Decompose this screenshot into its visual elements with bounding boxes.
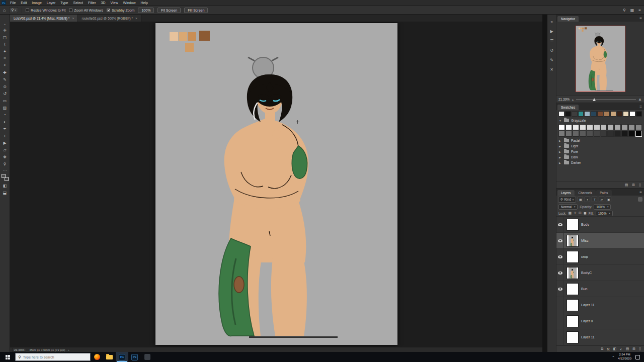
new-layer-icon[interactable]: ⊞ [632, 347, 635, 351]
type-filter-icon[interactable]: T [592, 197, 597, 202]
triangle-closed-icon[interactable]: ▶ [559, 150, 562, 153]
opacity-dropdown[interactable]: 100% ▾ [594, 204, 611, 210]
slider-thumb[interactable] [593, 98, 596, 101]
channels-tab[interactable]: Channels [575, 190, 596, 196]
navigator-tab[interactable]: Navigator [557, 16, 579, 22]
history-panel-icon[interactable]: ↺ [550, 48, 553, 53]
zoom-tool[interactable]: ⚲ [1, 160, 9, 167]
visibility-eye-icon[interactable] [558, 239, 562, 242]
eyedropper-tool[interactable]: ⌖ [1, 62, 9, 69]
swatch[interactable] [601, 124, 607, 130]
new-swatch-icon[interactable]: ⊞ [632, 183, 635, 187]
layer-thumbnail[interactable] [567, 267, 579, 279]
options-menu-icon[interactable]: ≡ [638, 8, 641, 13]
eraser-tool[interactable]: ▭ [1, 97, 9, 104]
file-explorer-icon[interactable] [103, 352, 116, 362]
workspace-switcher-icon[interactable]: ▦ [630, 8, 634, 13]
scrubby-zoom-checkbox[interactable]: Scrubby Zoom [107, 9, 135, 12]
visibility-eye-icon[interactable] [558, 272, 562, 275]
swatch[interactable] [573, 124, 579, 130]
actions-panel-icon[interactable]: ▶ [550, 29, 553, 34]
delete-swatch-icon[interactable]: ▯ [639, 183, 641, 187]
adjustment-filter-icon[interactable]: ◐ [585, 197, 590, 202]
status-chevron-icon[interactable]: › [68, 348, 69, 351]
swatches-tab[interactable]: Swatches [557, 105, 579, 110]
document-page[interactable] [155, 23, 397, 345]
menu-image[interactable]: Image [29, 1, 44, 5]
swatch[interactable] [636, 111, 642, 117]
new-group-icon[interactable]: ▤ [626, 347, 629, 351]
shape-filter-icon[interactable]: ▱ [599, 197, 604, 202]
lock-paint-icon[interactable]: ✛ [574, 211, 577, 215]
start-button[interactable] [0, 352, 15, 362]
filter-toggle-icon[interactable] [638, 197, 642, 202]
layer-thumbnail[interactable] [567, 331, 579, 343]
triangle-closed-icon[interactable]: ▶ [559, 139, 562, 142]
pen-tool[interactable]: ✒ [1, 125, 9, 132]
zoom-value-field[interactable]: 100% [138, 8, 154, 13]
smart-object-filter-icon[interactable]: ▣ [606, 197, 611, 202]
swatch-group-grayscale[interactable]: ▼ Grayscale [556, 118, 644, 123]
taskbar-search[interactable]: ⚲ [15, 353, 91, 361]
layer-row-crop[interactable]: crop [556, 249, 644, 265]
menu-view[interactable]: View [108, 1, 121, 5]
swatch[interactable] [566, 124, 572, 130]
swatch[interactable] [580, 124, 586, 130]
search-input[interactable] [23, 355, 78, 359]
collapse-dock-icon[interactable]: « [550, 20, 552, 24]
close-icon[interactable]: × [135, 17, 137, 20]
gradient-tool[interactable]: ▨ [1, 104, 9, 111]
layer-name[interactable]: crop [581, 255, 643, 258]
foreground-color-chip[interactable] [2, 174, 6, 178]
visibility-eye-icon[interactable] [558, 288, 562, 291]
blur-tool[interactable]: ◔ [1, 111, 9, 118]
lock-position-icon[interactable]: ⊞ [579, 211, 582, 215]
status-zoom-field[interactable]: 21.39% [12, 348, 26, 352]
info-panel-icon[interactable]: ✕ [550, 67, 553, 72]
layer-name[interactable]: Misc [581, 239, 643, 242]
layer-name[interactable]: Bun [581, 287, 643, 291]
visibility-cell-empty[interactable] [556, 329, 564, 345]
lasso-tool[interactable]: ⌇ [1, 41, 9, 48]
link-layers-icon[interactable]: ⧉ [601, 347, 603, 351]
toolbar-collapse-icon[interactable]: » [4, 23, 6, 26]
navigator-view-box[interactable] [576, 26, 625, 92]
swatch[interactable] [580, 131, 586, 137]
marquee-tool[interactable]: ▢ [1, 34, 9, 41]
type-tool[interactable]: T [1, 132, 9, 139]
layer-thumbnail[interactable] [567, 315, 579, 327]
quick-mask-icon[interactable]: ◧ [1, 182, 9, 189]
quick-selection-tool[interactable]: ✦ [1, 48, 9, 55]
layer-row-layer0[interactable]: Layer 0 [556, 313, 644, 329]
brush-settings-panel-icon[interactable]: ✎ [550, 58, 553, 62]
document-tab-active[interactable]: LoisV02.psd @ 21.4% (Misc, RGB/8) * × [10, 15, 78, 22]
menu-help[interactable]: Help [138, 1, 150, 5]
brush-tool[interactable]: ✎ [1, 76, 9, 83]
move-tool[interactable]: ✛ [1, 27, 9, 34]
fill-dropdown[interactable]: 100% ▾ [596, 211, 613, 216]
notification-center-icon[interactable] [635, 355, 640, 359]
swatch[interactable] [604, 111, 610, 117]
resize-windows-to-fit-checkbox[interactable]: Resize Windows to Fit [26, 9, 65, 12]
filter-kind-dropdown[interactable]: ⚲ Kind ▾ [558, 197, 576, 203]
new-group-icon[interactable]: ▤ [625, 183, 628, 187]
triangle-open-icon[interactable]: ▼ [559, 119, 562, 122]
tray-chevron-icon[interactable]: ^ [612, 355, 614, 358]
swatch[interactable] [621, 131, 628, 137]
history-brush-tool[interactable]: ↺ [1, 90, 9, 97]
layer-name[interactable]: Body [581, 223, 643, 226]
navigator-zoom-value[interactable]: 21.39% [558, 98, 570, 101]
photoshop-taskbar-icon[interactable]: Ps [116, 352, 128, 362]
crop-tool[interactable]: ⌗ [1, 55, 9, 62]
swatch-group-darker[interactable]: ▶ Darker [556, 160, 644, 165]
swatch[interactable] [614, 131, 621, 137]
navigator-menu-icon[interactable]: ≡ [639, 16, 644, 22]
delete-layer-icon[interactable]: ▯ [639, 347, 641, 351]
swatch[interactable] [565, 111, 571, 117]
layer-name[interactable]: Layer 11 [581, 303, 643, 307]
search-icon[interactable]: ⚲ [623, 8, 626, 13]
lock-all-icon[interactable]: ◼ [584, 211, 587, 215]
swatch[interactable] [628, 124, 635, 130]
menu-filter[interactable]: Filter [86, 1, 99, 5]
zoom-all-windows-checkbox[interactable]: Zoom All Windows [69, 9, 103, 12]
